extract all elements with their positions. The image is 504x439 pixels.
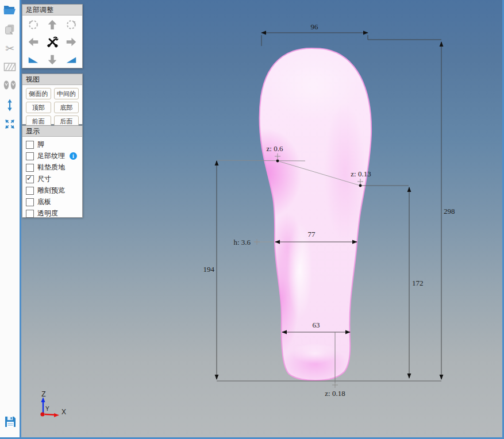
foot-adjust-panel: 足部调整 bbox=[22, 4, 83, 68]
rotate-cw-button[interactable] bbox=[62, 16, 81, 33]
tools-icon bbox=[45, 35, 59, 49]
checkbox-foot-texture-label: 足部纹理 bbox=[37, 151, 65, 161]
tilt-left-button[interactable] bbox=[24, 51, 43, 68]
vertical-arrows-icon bbox=[3, 98, 16, 113]
view-lateral-button[interactable]: 侧面的 bbox=[26, 88, 51, 99]
insole-pair-button[interactable] bbox=[2, 78, 18, 94]
foot-adjust-title: 足部调整 bbox=[22, 5, 82, 16]
wedge-right-icon bbox=[65, 54, 78, 66]
open-folder-icon bbox=[3, 4, 17, 17]
app-window: 96 298 194 172 77 63 h: 3.6 z: 0.6 z: 0.… bbox=[0, 0, 504, 439]
display-row-foot: 脚 bbox=[26, 139, 79, 150]
checkbox-foot-texture[interactable] bbox=[26, 152, 34, 160]
display-row-baseplate: 底板 bbox=[26, 197, 79, 207]
hatch-pattern-icon bbox=[3, 61, 17, 73]
wedge-left-icon bbox=[27, 54, 40, 66]
checkbox-baseplate-label: 底板 bbox=[37, 197, 51, 207]
checkbox-dimensions[interactable] bbox=[26, 175, 34, 183]
checkbox-insole-texture-label: 鞋垫质地 bbox=[37, 163, 65, 172]
texture-button[interactable] bbox=[2, 59, 18, 75]
scissors-icon: ✂ bbox=[5, 42, 14, 55]
display-row-dimensions: 尺寸 bbox=[26, 174, 79, 184]
save-button[interactable] bbox=[2, 414, 18, 430]
rotate-ccw-button[interactable] bbox=[24, 16, 43, 33]
view-panel: 视图 侧面的 中间的 顶部 底部 前面 后面 bbox=[22, 74, 83, 125]
arrow-right-icon bbox=[65, 36, 78, 48]
checkbox-foot-label: 脚 bbox=[37, 140, 44, 149]
viewport-3d[interactable] bbox=[20, 0, 504, 437]
move-up-button[interactable] bbox=[43, 16, 61, 33]
checkbox-foot[interactable] bbox=[26, 141, 34, 149]
arrow-left-icon bbox=[27, 36, 40, 48]
left-toolbar: ✂ bbox=[0, 0, 20, 437]
arrow-down-icon bbox=[46, 53, 59, 66]
move-right-button[interactable] bbox=[62, 33, 81, 51]
save-icon bbox=[3, 415, 17, 429]
checkbox-transparency[interactable] bbox=[26, 210, 34, 218]
view-bottom-button[interactable]: 底部 bbox=[54, 102, 79, 113]
move-left-button[interactable] bbox=[24, 33, 43, 51]
cut-button[interactable]: ✂ bbox=[2, 40, 18, 56]
display-row-insole-texture: 鞋垫质地 bbox=[26, 162, 79, 173]
fit-view-button[interactable] bbox=[2, 116, 18, 132]
checkbox-insole-texture[interactable] bbox=[26, 164, 34, 172]
rotate-cw-icon bbox=[65, 18, 78, 31]
arrow-up-icon bbox=[46, 18, 59, 31]
checkbox-carve-preview-label: 雕刻预览 bbox=[37, 186, 65, 195]
view-panel-title: 视图 bbox=[22, 74, 82, 85]
display-row-transparency: 透明度 bbox=[26, 208, 79, 219]
display-row-foot-texture: 足部纹理 i bbox=[26, 151, 79, 161]
display-panel-title: 显示 bbox=[22, 126, 82, 137]
fit-vertical-button[interactable] bbox=[2, 97, 18, 113]
display-row-carve-preview: 雕刻预览 bbox=[26, 185, 79, 196]
open-file-button[interactable] bbox=[2, 2, 18, 18]
display-panel: 显示 脚 足部纹理 i 鞋垫质地 尺寸 雕刻预览 bbox=[22, 125, 83, 218]
checkbox-carve-preview[interactable] bbox=[26, 187, 34, 195]
tilt-right-button[interactable] bbox=[62, 51, 81, 68]
view-top-button[interactable]: 顶部 bbox=[26, 102, 51, 113]
info-icon[interactable]: i bbox=[70, 152, 77, 160]
insole-pair-icon bbox=[2, 79, 17, 93]
rotate-ccw-icon bbox=[27, 18, 40, 31]
move-down-button[interactable] bbox=[43, 51, 61, 68]
duplicate-button[interactable] bbox=[2, 21, 18, 37]
adjust-tools-button[interactable] bbox=[43, 33, 61, 51]
duplicate-icon bbox=[3, 23, 16, 36]
checkbox-transparency-label: 透明度 bbox=[37, 209, 58, 218]
foot-adjust-grid bbox=[22, 16, 82, 69]
view-medial-button[interactable]: 中间的 bbox=[54, 88, 79, 99]
checkbox-dimensions-label: 尺寸 bbox=[37, 174, 51, 184]
expand-arrows-icon bbox=[3, 118, 16, 130]
checkbox-baseplate[interactable] bbox=[26, 198, 34, 206]
